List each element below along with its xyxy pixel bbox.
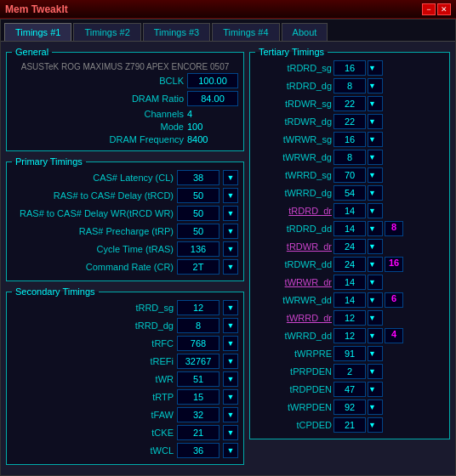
timing-input[interactable] (177, 224, 219, 239)
timing-input[interactable] (177, 206, 219, 221)
timing-dropdown[interactable]: ▼ (368, 328, 383, 343)
timing-row: tWCL ▼ (12, 443, 238, 458)
tertiary-timing-row: tWRWR_dd ▼ 6 (255, 292, 444, 308)
timing-dropdown[interactable]: ▼ (368, 114, 383, 129)
timing-input[interactable] (177, 241, 219, 257)
timing-row: RAS# to CAS# Delay (tRCD) ▼ (12, 188, 238, 203)
timing-row: tRRD_dg ▼ (12, 318, 238, 333)
timing-dropdown[interactable]: ▼ (368, 132, 383, 147)
tertiary-timing-row: tRDWR_dg ▼ (255, 114, 444, 129)
timing-dropdown[interactable]: ▼ (223, 336, 238, 351)
timing-input[interactable] (177, 389, 219, 405)
dram-ratio-input[interactable] (187, 91, 238, 106)
timing-extra-value: 16 (385, 257, 403, 272)
timing-dropdown[interactable]: ▼ (223, 371, 238, 387)
timing-input[interactable] (333, 132, 366, 147)
timing-input[interactable] (177, 336, 219, 351)
timing-dropdown[interactable]: ▼ (368, 346, 383, 361)
timing-dropdown[interactable]: ▼ (223, 206, 238, 221)
timing-dropdown[interactable]: ▼ (223, 425, 238, 440)
channels-row: Channels 4 (12, 109, 238, 119)
timing-input[interactable] (177, 300, 219, 315)
timing-input[interactable] (333, 96, 366, 111)
timing-input[interactable] (177, 425, 219, 440)
timing-input[interactable] (333, 78, 366, 94)
timing-dropdown[interactable]: ▼ (223, 354, 238, 369)
tertiary-timing-row: tRDRD_dd ▼ 8 (255, 221, 444, 236)
channels-value: 4 (187, 109, 238, 119)
tab-timings1[interactable]: Timings #1 (4, 23, 71, 41)
timing-input[interactable] (177, 170, 219, 185)
tab-about[interactable]: About (282, 23, 328, 41)
timing-dropdown[interactable]: ▼ (223, 300, 238, 315)
timing-label: RAS# to CAS# Delay WR(tRCD WR) (12, 208, 174, 218)
sysinfo-text: ASUSTeK ROG MAXIMUS Z790 APEX ENCORE 050… (12, 60, 238, 73)
tab-timings4[interactable]: Timings #4 (212, 23, 279, 41)
timing-input[interactable] (333, 114, 366, 129)
dram-ratio-row: DRAM Ratio (12, 91, 238, 106)
timing-input[interactable] (333, 328, 366, 343)
timing-dropdown[interactable]: ▼ (223, 407, 238, 422)
bclk-input[interactable] (187, 73, 238, 88)
timing-input[interactable] (333, 185, 366, 201)
timing-input[interactable] (333, 382, 366, 397)
timing-input[interactable] (333, 364, 366, 379)
timing-input[interactable] (333, 292, 366, 308)
timing-dropdown[interactable]: ▼ (368, 221, 383, 236)
timing-dropdown[interactable]: ▼ (368, 310, 383, 326)
timing-input[interactable] (333, 275, 366, 290)
timing-dropdown[interactable]: ▼ (368, 400, 383, 415)
timing-input[interactable] (177, 188, 219, 203)
timing-input[interactable] (333, 417, 366, 433)
timing-input[interactable] (333, 346, 366, 361)
minimize-button[interactable]: − (422, 3, 436, 15)
secondary-timings-legend: Secondary Timings (12, 286, 99, 297)
timing-input[interactable] (333, 167, 366, 183)
timing-dropdown[interactable]: ▼ (368, 417, 383, 433)
timing-dropdown[interactable]: ▼ (223, 241, 238, 257)
timing-dropdown[interactable]: ▼ (223, 224, 238, 239)
timing-dropdown[interactable]: ▼ (223, 389, 238, 405)
timing-dropdown[interactable]: ▼ (223, 443, 238, 458)
timing-input[interactable] (177, 259, 219, 275)
timing-dropdown[interactable]: ▼ (223, 170, 238, 185)
timing-input[interactable] (177, 318, 219, 333)
timing-input[interactable] (333, 60, 366, 76)
timing-row: tCKE ▼ (12, 425, 238, 440)
timing-dropdown[interactable]: ▼ (368, 257, 383, 272)
timing-dropdown[interactable]: ▼ (368, 60, 383, 76)
timing-input[interactable] (333, 221, 366, 236)
tertiary-timing-row: tRDRD_sg ▼ (255, 60, 444, 76)
tertiary-timing-row: tRDRD_dr ▼ (255, 203, 444, 218)
timing-input[interactable] (333, 203, 366, 218)
close-button[interactable]: ✕ (437, 3, 451, 15)
timing-dropdown[interactable]: ▼ (368, 203, 383, 218)
timing-dropdown[interactable]: ▼ (368, 292, 383, 308)
timing-input[interactable] (177, 354, 219, 369)
timing-input[interactable] (177, 407, 219, 422)
timing-dropdown[interactable]: ▼ (223, 259, 238, 275)
timing-input[interactable] (333, 400, 366, 415)
timing-dropdown[interactable]: ▼ (223, 318, 238, 333)
timing-dropdown[interactable]: ▼ (223, 188, 238, 203)
timing-dropdown[interactable]: ▼ (368, 167, 383, 183)
timing-input[interactable] (333, 150, 366, 165)
timing-dropdown[interactable]: ▼ (368, 78, 383, 94)
timing-dropdown[interactable]: ▼ (368, 185, 383, 201)
timing-input[interactable] (333, 310, 366, 326)
timing-input[interactable] (333, 239, 366, 254)
timing-dropdown[interactable]: ▼ (368, 239, 383, 254)
timing-label: tWRWR_dg (255, 152, 332, 162)
timing-dropdown[interactable]: ▼ (368, 364, 383, 379)
tertiary-timing-row: tWRWR_dg ▼ (255, 150, 444, 165)
tab-timings3[interactable]: Timings #3 (143, 23, 210, 41)
timing-dropdown[interactable]: ▼ (368, 275, 383, 290)
timing-dropdown[interactable]: ▼ (368, 150, 383, 165)
timing-label: tRTP (12, 392, 174, 402)
timing-dropdown[interactable]: ▼ (368, 382, 383, 397)
timing-input[interactable] (333, 257, 366, 272)
timing-input[interactable] (177, 371, 219, 387)
timing-input[interactable] (177, 443, 219, 458)
timing-dropdown[interactable]: ▼ (368, 96, 383, 111)
tab-timings2[interactable]: Timings #2 (73, 23, 140, 41)
